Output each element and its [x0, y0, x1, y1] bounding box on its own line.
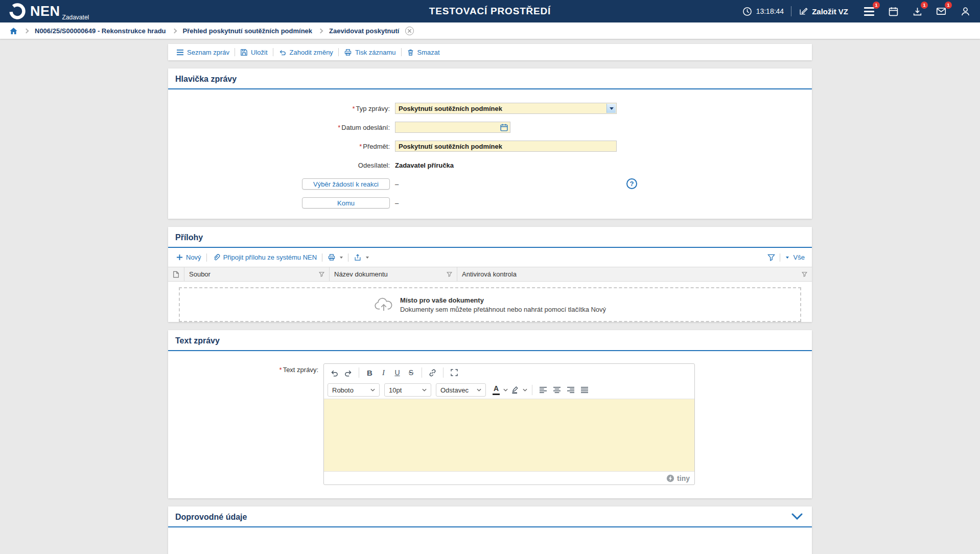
- discard-icon: [278, 49, 287, 56]
- align-justify-icon: [580, 386, 589, 394]
- block-format-select[interactable]: Odstavec: [436, 383, 486, 397]
- paperclip-icon: [212, 253, 220, 262]
- align-justify-button[interactable]: [577, 383, 591, 397]
- datepicker-button[interactable]: [500, 123, 508, 132]
- text-color-menu-button[interactable]: [502, 383, 509, 397]
- typ-zpravy-select[interactable]: Poskytnutí soutěžních podmínek: [395, 103, 617, 114]
- export-button[interactable]: [348, 253, 374, 261]
- italic-button[interactable]: I: [377, 366, 390, 379]
- highlighter-icon: [511, 386, 519, 394]
- link-button[interactable]: [426, 366, 439, 379]
- home-icon[interactable]: [9, 27, 18, 35]
- strikethrough-button[interactable]: S: [404, 366, 418, 379]
- required-marker: *: [359, 143, 362, 150]
- calendar-button[interactable]: [886, 5, 900, 18]
- zahodit-zmeny-button[interactable]: Zahodit změny: [273, 49, 338, 56]
- ulozit-label: Uložit: [251, 49, 268, 56]
- attachment-type-column[interactable]: [168, 267, 184, 281]
- highlight-color-button[interactable]: [509, 383, 521, 397]
- datum-odeslani-input[interactable]: [395, 122, 510, 133]
- tiny-logo-icon: [666, 474, 674, 482]
- pripojit-prilohu-button[interactable]: Připojit přílohu ze systému NEN: [207, 253, 322, 262]
- redo-icon: [344, 369, 353, 377]
- redo-button[interactable]: [341, 366, 355, 379]
- richtext-editor: B I U S Roboto: [323, 363, 695, 485]
- align-left-button[interactable]: [536, 383, 550, 397]
- attachments-table-header: Soubor Název dokumentu Antivirová kontro…: [168, 267, 812, 282]
- collapse-chevron-icon[interactable]: [791, 513, 803, 520]
- undo-button[interactable]: [328, 366, 341, 379]
- print-attachments-button[interactable]: [322, 253, 348, 261]
- column-antivirova-kontrola[interactable]: Antivirová kontrola: [457, 267, 812, 281]
- chevron-down-icon[interactable]: [786, 257, 789, 259]
- komu-row: Komu –: [168, 197, 812, 209]
- font-family-select[interactable]: Roboto: [328, 383, 380, 397]
- prilohy-header: Přílohy: [168, 227, 812, 248]
- close-icon[interactable]: [405, 27, 414, 35]
- chevron-down-icon: [523, 388, 527, 391]
- novy-button[interactable]: Nový: [171, 253, 206, 261]
- link-icon: [428, 368, 437, 377]
- fullscreen-button[interactable]: [447, 366, 461, 379]
- typ-zpravy-dropdown-button[interactable]: [606, 104, 616, 113]
- breadcrumb-separator-icon: [318, 28, 323, 33]
- breadcrumb-separator-icon: [172, 28, 177, 33]
- user-icon: [960, 6, 971, 17]
- funnel-icon[interactable]: [802, 271, 807, 277]
- profile-button[interactable]: [959, 5, 972, 18]
- attachments-dropzone[interactable]: Místo pro vaše dokumenty Dokumenty sem m…: [179, 287, 801, 322]
- clock: 13:18:44: [742, 7, 784, 16]
- seznam-zprav-label: Seznam zpráv: [187, 49, 229, 56]
- predmet-input[interactable]: Poskytnutí soutěžních podmínek: [395, 141, 617, 152]
- clock-time: 13:18:44: [756, 7, 784, 15]
- funnel-icon[interactable]: [319, 271, 324, 277]
- seznam-zprav-button[interactable]: Seznam zpráv: [171, 49, 235, 56]
- align-right-button[interactable]: [564, 383, 577, 397]
- breadcrumb-item-zakazka[interactable]: N006/25/S00000649 - Rekonstrukce hradu: [35, 27, 166, 35]
- prilohy-filter-area: Vše: [767, 253, 809, 262]
- required-marker: *: [352, 105, 355, 112]
- create-vz-button[interactable]: Založit VZ: [799, 7, 848, 16]
- calendar-icon: [888, 6, 899, 17]
- column-soubor[interactable]: Soubor: [184, 267, 330, 281]
- komu-button[interactable]: Komu: [302, 197, 390, 209]
- funnel-icon: [767, 253, 775, 261]
- filter-button[interactable]: [767, 253, 775, 261]
- bold-button[interactable]: B: [363, 366, 377, 379]
- prilohy-section: Přílohy Nový Připojit přílohu ze systému…: [168, 227, 812, 322]
- brand-name: NEN: [30, 5, 60, 18]
- ulozit-button[interactable]: Uložit: [235, 49, 273, 56]
- column-nazev-dokumentu[interactable]: Název dokumentu: [330, 267, 457, 281]
- highlight-color-menu-button[interactable]: [521, 383, 528, 397]
- font-size-select[interactable]: 10pt: [384, 383, 431, 397]
- messages-button[interactable]: 1: [935, 5, 948, 18]
- vyber-zadosti-button[interactable]: Výběr žádostí k reakci: [302, 178, 390, 190]
- nen-logo[interactable]: NEN Zadavatel: [8, 2, 89, 20]
- odesilatel-row: Odesílatel: Zadavatel příručka: [168, 159, 812, 171]
- prilohy-toolbar: Nový Připojit přílohu ze systému NEN: [168, 248, 812, 267]
- smazat-button[interactable]: Smazat: [402, 49, 445, 56]
- text-zpravy-section: Text zprávy *Text zprávy: B I U: [168, 330, 812, 498]
- help-icon[interactable]: ?: [626, 178, 637, 189]
- vse-filter[interactable]: Vše: [794, 253, 805, 261]
- chevron-down-icon: [477, 388, 481, 391]
- dropzone-subtitle: Dokumenty sem můžete přetáhnout nebo nah…: [400, 306, 606, 313]
- downloads-button[interactable]: 1: [911, 5, 924, 18]
- clock-icon: [742, 7, 752, 16]
- download-icon: [912, 6, 923, 17]
- editor-toolbar-row1: B I U S: [324, 364, 694, 381]
- breadcrumb-item-prehled[interactable]: Přehled poskytnutí soutěžních podmínek: [183, 27, 313, 35]
- doprovodne-title: Doprovodné údaje: [175, 513, 247, 521]
- tisk-zaznamu-button[interactable]: Tisk záznamu: [339, 49, 401, 56]
- menu-button[interactable]: 1: [862, 5, 876, 18]
- export-icon: [354, 253, 362, 261]
- text-color-button[interactable]: A: [491, 383, 502, 397]
- list-icon: [176, 49, 184, 56]
- chevron-down-icon: [366, 257, 369, 259]
- funnel-icon[interactable]: [447, 271, 452, 277]
- editor-content-area[interactable]: [324, 399, 694, 471]
- dropzone-text: Místo pro vaše dokumenty Dokumenty sem m…: [400, 296, 606, 313]
- underline-button[interactable]: U: [390, 366, 404, 379]
- align-center-button[interactable]: [550, 383, 564, 397]
- editor-status-bar[interactable]: tiny: [324, 471, 694, 484]
